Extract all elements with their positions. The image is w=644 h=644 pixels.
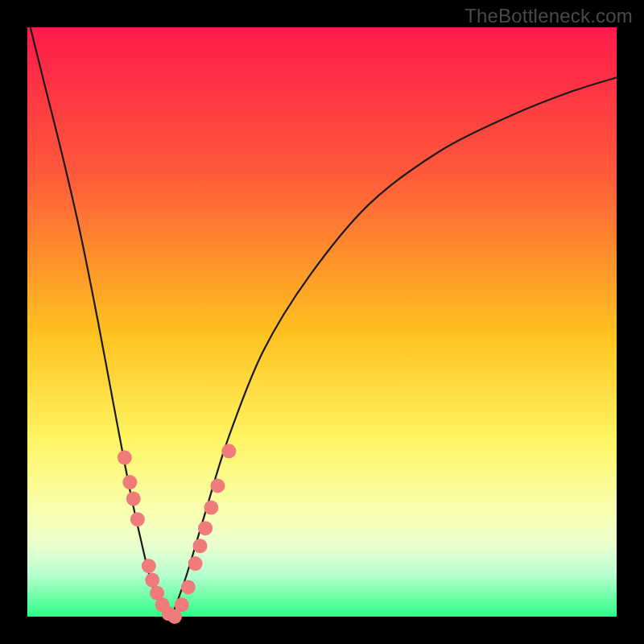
marker-point [118, 450, 132, 464]
marker-point [145, 573, 159, 588]
marker-point [188, 556, 203, 571]
marker-point [198, 521, 213, 535]
marker-point [204, 501, 218, 515]
marker-point [210, 478, 225, 493]
chart-frame: TheBottleneck.com [0, 0, 644, 644]
chart-svg [27, 27, 617, 617]
marker-point [192, 539, 207, 553]
marker-point [175, 597, 189, 612]
marker-point [126, 492, 141, 506]
marker-point [181, 580, 196, 594]
marker-point [142, 559, 156, 573]
watermark-text: TheBottleneck.com [464, 5, 633, 27]
marker-point [221, 444, 236, 458]
marker-point [130, 512, 145, 526]
marker-point [122, 475, 137, 489]
left-branch-curve [31, 27, 172, 617]
plot-area [27, 27, 617, 617]
right-branch-curve [171, 77, 617, 617]
